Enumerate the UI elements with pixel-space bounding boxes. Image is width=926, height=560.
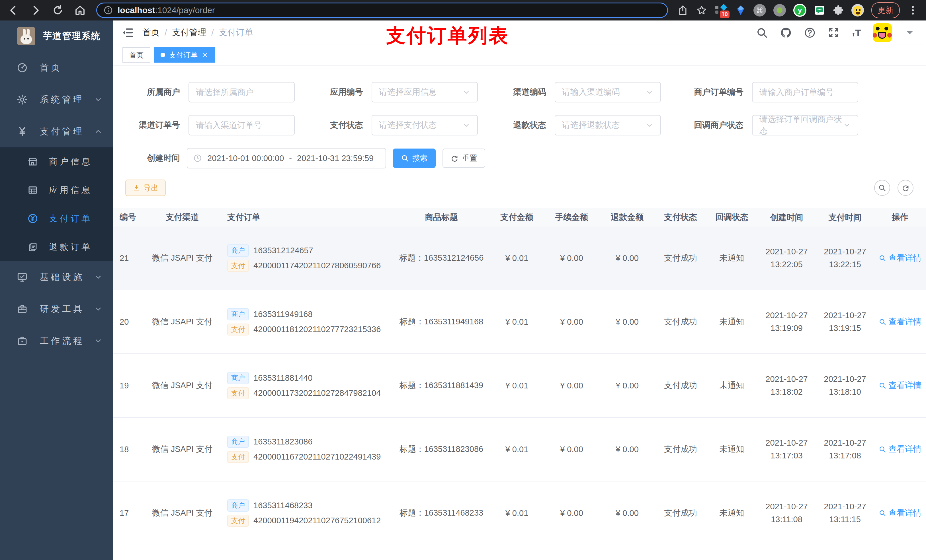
filter-input-0-0[interactable] — [189, 82, 295, 103]
extension-y-icon[interactable]: y — [793, 4, 806, 17]
font-size-icon[interactable]: тT — [852, 28, 861, 38]
home-icon[interactable] — [74, 4, 86, 16]
filter-select-0-2[interactable]: 请输入渠道编码 — [555, 82, 661, 103]
sidebar-item-6[interactable]: 退款订单 — [0, 233, 113, 261]
collapse-sidebar-icon[interactable] — [121, 26, 134, 39]
back-icon[interactable] — [8, 4, 20, 16]
cell-pay-amount: ¥ 0.01 — [490, 254, 544, 263]
extension-chat-icon[interactable] — [814, 5, 825, 16]
refresh-icon — [451, 154, 458, 162]
cell-pay-amount: ¥ 0.01 — [490, 445, 544, 454]
breadcrumb: 首页 / 支付管理 / 支付订单 — [142, 27, 253, 38]
table-row[interactable]: 商户1635311351796支付 — [113, 545, 926, 560]
app-logo[interactable]: 芋道管理系统 — [0, 21, 113, 52]
update-button[interactable]: 更新 — [872, 2, 900, 18]
sidebar-item-label: 退款订单 — [49, 241, 103, 253]
url-bar[interactable]: localhost:1024/pay/order — [96, 3, 668, 18]
table-row[interactable]: 20微信 JSAPI 支付商户1635311949168支付4200001181… — [113, 290, 926, 354]
sidebar-item-label: 商户信息 — [49, 156, 103, 168]
pay-order-no: 4200001194202110276752100612 — [253, 516, 381, 525]
github-icon[interactable] — [780, 27, 792, 39]
view-detail-link[interactable]: 查看详情 — [879, 507, 921, 519]
cell-refund-amount: ¥ 0.00 — [599, 381, 655, 390]
tab-1[interactable]: 支付订单 — [154, 47, 215, 63]
info-icon[interactable] — [103, 5, 113, 15]
filter-select-1-2[interactable]: 请选择退款状态 — [555, 115, 661, 136]
tab-0[interactable]: 首页 — [123, 47, 150, 63]
filter-label: 所属商户 — [120, 86, 180, 98]
filter-input-0-3[interactable] — [752, 82, 858, 103]
cell-create-time: 2021-10-27 13:18:02 — [757, 373, 816, 398]
view-detail-label: 查看详情 — [888, 507, 921, 519]
column-header-5: 手续金额 — [544, 212, 599, 223]
date-range-input[interactable]: 2021-10-01 00:00:00-2021-10-31 23:59:59 — [187, 148, 386, 169]
avatar[interactable] — [873, 23, 892, 42]
filter-input-1-0[interactable] — [189, 115, 295, 136]
pay-submenu: 商户信息应用信息支付订单退款订单 — [0, 147, 113, 261]
chevron-down-icon — [94, 273, 103, 281]
extension-balloon-icon[interactable] — [735, 5, 746, 16]
breadcrumb-pay-management[interactable]: 支付管理 — [172, 27, 206, 38]
merchant-tag: 商户 — [227, 436, 249, 448]
sidebar-item-4[interactable]: 应用信息 — [0, 176, 113, 204]
sidebar-item-9[interactable]: 工作流程 — [0, 325, 113, 357]
cell-pay-amount: ¥ 0.01 — [490, 509, 544, 518]
sidebar-item-5[interactable]: 支付订单 — [0, 204, 113, 233]
filter-select-0-1[interactable]: 请选择应用信息 — [372, 82, 478, 103]
export-button[interactable]: 导出 — [125, 180, 166, 196]
extension-dot-icon[interactable] — [773, 4, 786, 17]
sidebar-item-7[interactable]: 基础设施 — [0, 261, 113, 293]
extension-command-icon[interactable] — [754, 4, 766, 17]
view-detail-link[interactable]: 查看详情 — [879, 316, 921, 328]
close-tab-icon[interactable] — [201, 51, 209, 58]
refresh-button[interactable] — [897, 180, 914, 196]
pay-circle-icon — [27, 213, 38, 224]
browser-menu-icon[interactable] — [907, 5, 918, 16]
view-detail-link[interactable]: 查看详情 — [879, 444, 921, 455]
cell-channel: 微信 JSAPI 支付 — [142, 507, 222, 519]
table-row[interactable]: 19微信 JSAPI 支付商户1635311881440支付4200001173… — [113, 354, 926, 418]
cell-pay-status: 支付成功 — [655, 380, 706, 391]
sidebar-item-8[interactable]: 研发工具 — [0, 293, 113, 325]
search-icon[interactable] — [756, 27, 768, 39]
forward-icon[interactable] — [30, 4, 42, 16]
bookmark-star-icon[interactable] — [696, 5, 707, 16]
extensions-puzzle-icon[interactable] — [832, 5, 844, 16]
toggle-search-button[interactable] — [874, 180, 890, 196]
sidebar-item-0[interactable]: 首页 — [0, 52, 113, 84]
sidebar-item-label: 系统管理 — [40, 94, 94, 106]
share-icon[interactable] — [677, 5, 688, 16]
sidebar: 芋道管理系统 首页系统管理支付管理商户信息应用信息支付订单退款订单基础设施研发工… — [0, 21, 113, 560]
sidebar-item-3[interactable]: 商户信息 — [0, 147, 113, 176]
filter-select-1-3[interactable]: 请选择订单回调商户状态 — [752, 115, 858, 136]
filter-label: 渠道编码 — [486, 86, 546, 98]
view-detail-link[interactable]: 查看详情 — [879, 252, 921, 264]
filter-select-1-1[interactable]: 请选择支付状态 — [372, 115, 478, 136]
pay-order-line: 支付4200001173202110272847982104 — [227, 387, 393, 400]
yen-icon — [17, 126, 28, 137]
cell-channel: 微信 JSAPI 支付 — [142, 380, 222, 391]
cell-pay-amount: ¥ 0.01 — [490, 381, 544, 390]
help-icon[interactable] — [804, 27, 816, 39]
breadcrumb-home[interactable]: 首页 — [142, 27, 159, 38]
fullscreen-icon[interactable] — [828, 27, 840, 39]
sidebar-item-1[interactable]: 系统管理 — [0, 84, 113, 116]
breadcrumb-separator: / — [165, 28, 167, 38]
table-row[interactable]: 21微信 JSAPI 支付商户1635312124657支付4200001174… — [113, 226, 926, 290]
select-placeholder: 请选择退款状态 — [562, 119, 620, 131]
merchant-order-line: 商户1635311881440 — [227, 372, 393, 384]
table-row[interactable]: 18微信 JSAPI 支付商户1635311823086支付4200001167… — [113, 418, 926, 482]
cell-channel: 微信 JSAPI 支付 — [142, 316, 222, 328]
reset-button[interactable]: 重置 — [442, 148, 485, 168]
extension-diamond-icon[interactable]: 10 — [715, 4, 728, 17]
table-body: 21微信 JSAPI 支付商户1635312124657支付4200001174… — [113, 226, 926, 560]
search-button[interactable]: 搜索 — [393, 148, 436, 168]
reload-icon[interactable] — [52, 4, 64, 16]
table-row[interactable]: 17微信 JSAPI 支付商户1635311468233支付4200001194… — [113, 482, 926, 545]
view-detail-link[interactable]: 查看详情 — [879, 380, 921, 391]
sidebar-item-2[interactable]: 支付管理 — [0, 116, 113, 147]
avatar-caret-down-icon[interactable] — [904, 27, 916, 39]
cell-notify-status: 未通知 — [706, 507, 757, 519]
profile-emoji-icon[interactable] — [851, 4, 864, 17]
sidebar-item-label: 研发工具 — [40, 303, 94, 315]
